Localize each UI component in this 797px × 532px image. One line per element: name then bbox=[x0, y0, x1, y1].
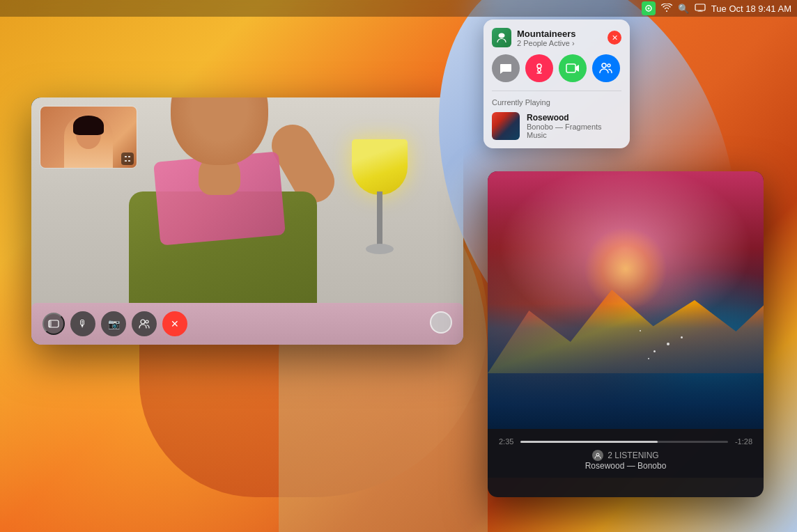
shareplay-menubar-icon[interactable] bbox=[642, 1, 656, 15]
svg-rect-4 bbox=[128, 156, 130, 157]
svg-rect-5 bbox=[125, 160, 127, 162]
svg-rect-8 bbox=[49, 320, 52, 327]
music-controls: 2:35 -1:28 2 LISTENING Rosewood — Bonobo bbox=[488, 429, 764, 478]
desktop: 🔍 Tue Oct 18 9:41 AM bbox=[0, 0, 797, 532]
shareplay-header-left: Mountaineers 2 People Active › bbox=[492, 28, 576, 47]
facetime-record-indicator bbox=[430, 311, 452, 334]
sparkle-5 bbox=[640, 330, 641, 331]
facetime-end-call-button[interactable]: ✕ bbox=[162, 311, 187, 336]
track-name: Rosewood bbox=[527, 113, 602, 123]
music-water bbox=[488, 304, 764, 429]
audio-call-button[interactable] bbox=[525, 54, 553, 82]
track-type: Music bbox=[527, 131, 602, 139]
shareplay-divider bbox=[492, 91, 621, 91]
sparkle-3 bbox=[648, 358, 649, 359]
now-playing-row: Rosewood Bonobo — Fragments Music bbox=[492, 112, 621, 140]
music-glow bbox=[584, 227, 667, 311]
menubar-right: 🔍 Tue Oct 18 9:41 AM bbox=[642, 1, 791, 15]
now-playing-label: Currently Playing bbox=[492, 98, 621, 107]
album-art bbox=[492, 112, 520, 140]
menubar-time: Tue Oct 18 9:41 AM bbox=[711, 3, 791, 14]
shareplay-action-buttons bbox=[492, 54, 621, 82]
music-progress-row: 2:35 -1:28 bbox=[499, 437, 752, 446]
music-artwork bbox=[488, 171, 764, 429]
facetime-camera-button[interactable]: 📷 bbox=[101, 311, 126, 336]
facetime-controls: 🎙 📷 ✕ bbox=[31, 311, 463, 336]
scene-lamp bbox=[352, 139, 408, 265]
svg-rect-2 bbox=[695, 4, 705, 10]
track-info: Rosewood Bonobo — Fragments Music bbox=[527, 113, 602, 139]
display-icon[interactable] bbox=[695, 3, 706, 14]
music-progress-fill bbox=[520, 441, 657, 443]
music-time-remaining: -1:28 bbox=[735, 437, 752, 446]
facetime-mic-button[interactable]: 🎙 bbox=[70, 311, 95, 336]
svg-point-11 bbox=[537, 64, 541, 68]
pip-hair bbox=[73, 116, 104, 135]
lamp-body bbox=[377, 191, 382, 247]
svg-point-1 bbox=[647, 8, 649, 10]
facetime-button[interactable] bbox=[559, 54, 587, 82]
music-listening-row: 2 LISTENING bbox=[499, 450, 752, 461]
music-player-window: 2:35 -1:28 2 LISTENING Rosewood — Bonobo bbox=[488, 171, 764, 497]
menubar: 🔍 Tue Oct 18 9:41 AM bbox=[0, 0, 797, 17]
end-call-icon: ✕ bbox=[171, 318, 179, 329]
svg-rect-6 bbox=[128, 160, 130, 162]
svg-point-10 bbox=[146, 320, 148, 323]
facetime-window: 🎙 📷 ✕ bbox=[31, 97, 463, 345]
svg-rect-13 bbox=[566, 64, 575, 72]
album-art-image bbox=[492, 112, 520, 140]
group-icon bbox=[492, 28, 511, 47]
camera-icon: 📷 bbox=[108, 318, 120, 329]
lamp-base bbox=[366, 244, 394, 254]
lamp-shade bbox=[352, 139, 408, 195]
facetime-participants-button[interactable] bbox=[132, 311, 157, 336]
pip-person bbox=[64, 116, 113, 168]
music-listening-count: 2 LISTENING bbox=[608, 451, 658, 460]
messages-button[interactable] bbox=[492, 54, 520, 82]
svg-point-9 bbox=[141, 320, 145, 324]
shareplay-subtitle: 2 People Active › bbox=[517, 39, 576, 47]
wifi-icon[interactable] bbox=[661, 3, 672, 14]
shareplay-title-block: Mountaineers 2 People Active › bbox=[517, 29, 576, 47]
svg-point-14 bbox=[602, 63, 606, 68]
search-icon[interactable]: 🔍 bbox=[678, 3, 689, 14]
music-track-label: Rosewood — Bonobo bbox=[499, 461, 752, 471]
facetime-video: 🎙 📷 ✕ bbox=[31, 97, 463, 345]
shareplay-people-button[interactable] bbox=[592, 54, 620, 82]
shareplay-panel: Mountaineers 2 People Active › ✕ bbox=[483, 19, 630, 148]
mic-icon: 🎙 bbox=[78, 318, 88, 329]
facetime-sidebar-button[interactable] bbox=[42, 313, 65, 335]
track-artist: Bonobo — Fragments bbox=[527, 123, 602, 131]
svg-rect-3 bbox=[125, 156, 127, 157]
shareplay-header: Mountaineers 2 People Active › ✕ bbox=[492, 28, 621, 47]
shareplay-close-button[interactable]: ✕ bbox=[608, 31, 621, 45]
music-time-elapsed: 2:35 bbox=[499, 437, 513, 446]
sparkle-1 bbox=[653, 350, 656, 352]
pip-thumbnail[interactable] bbox=[40, 106, 137, 169]
music-progress-bar[interactable] bbox=[520, 441, 728, 443]
svg-point-15 bbox=[608, 64, 610, 67]
pip-expand-icon[interactable] bbox=[121, 152, 134, 165]
shareplay-group-name: Mountaineers bbox=[517, 29, 576, 39]
listening-icon bbox=[592, 450, 603, 461]
